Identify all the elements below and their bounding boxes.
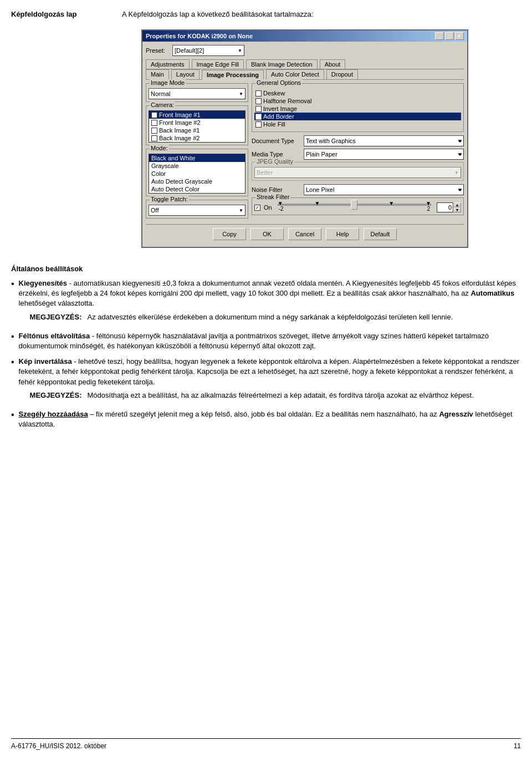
tab-adjustments[interactable]: Adjustments — [146, 59, 190, 69]
streak-slider-track: ▼ ▼ ▼ ▼ ▼ — [278, 204, 431, 206]
opt-deskew-checkbox[interactable] — [255, 90, 262, 97]
default-button[interactable]: Default — [364, 228, 397, 240]
camera-item-1[interactable]: Front Image #2 — [149, 119, 245, 126]
toggle-patch-select[interactable]: Off ▼ — [149, 205, 245, 216]
note-text-0: Az adatvesztés elkerülése érdekében a do… — [88, 312, 521, 322]
camera-listbox: Front Image #1 Front Image #2 Back Image… — [149, 110, 245, 143]
camera-item-3[interactable]: Back Image #2 — [149, 134, 245, 142]
dialog-area: Properties for KODAK i2900 on None _ □ ×… — [0, 24, 532, 259]
camera-checkbox-2[interactable] — [151, 128, 157, 134]
tab-image-processing[interactable]: Image Processing — [202, 70, 264, 80]
preset-dropdown-arrow: ▼ — [234, 48, 242, 53]
note-label-0: MEGJEGYZÉS: — [30, 312, 82, 322]
noise-filter-arrow: ▼ — [454, 187, 462, 192]
dialog-titlebar: Properties for KODAK i2900 on None _ □ × — [142, 31, 467, 42]
minimize-button[interactable]: _ — [435, 32, 444, 40]
camera-item-0[interactable]: Front Image #1 — [149, 111, 245, 119]
dialog-box: Properties for KODAK i2900 on None _ □ ×… — [141, 29, 468, 248]
tabs-row-1: Adjustments Image Edge Fill Blank Image … — [146, 59, 464, 69]
opt-hole-fill-checkbox[interactable] — [255, 121, 262, 128]
term-agressziv: Agresszív — [439, 410, 473, 418]
bullet-dot-2: • — [11, 357, 14, 404]
footer-right: 11 — [514, 742, 521, 750]
tab-about[interactable]: About — [320, 59, 346, 69]
document-type-label: Document Type — [252, 138, 301, 144]
noise-filter-label: Noise Filter — [252, 186, 301, 193]
list-item-szegely: • Szegély hozzáadása – fix méretű szegél… — [11, 409, 521, 429]
term-automatikus: Automatikus — [470, 289, 514, 297]
tab-image-edge-fill[interactable]: Image Edge Fill — [192, 59, 244, 69]
streak-value-input[interactable] — [437, 202, 453, 212]
term-szegely: Szegély hozzáadása — [19, 410, 88, 418]
tab-main[interactable]: Main — [146, 69, 169, 79]
mode-item-0[interactable]: Black and White — [149, 154, 245, 162]
opt-hole-fill[interactable]: Hole Fill — [254, 120, 461, 128]
note-text-1: Módosíthatja ezt a beállítást, ha az alk… — [88, 390, 521, 400]
ok-button[interactable]: OK — [250, 228, 284, 240]
noise-filter-select[interactable]: Lone Pixel ▼ — [304, 184, 464, 195]
streak-spin-up[interactable]: ▲ — [453, 202, 461, 207]
toggle-patch-group: Toggle Patch: Off ▼ — [146, 200, 248, 219]
text-szegely: – fix méretű szegélyt jelenít meg a kép … — [90, 410, 439, 418]
image-mode-label: Image Mode — [150, 79, 186, 86]
bullet-dot-1: • — [11, 331, 14, 351]
media-type-select[interactable]: Plain Paper ▼ — [304, 149, 464, 160]
cancel-button[interactable]: Cancel — [288, 228, 321, 240]
toggle-patch-arrow: ▼ — [236, 208, 243, 213]
dialog-title: Properties for KODAK i2900 on None — [146, 33, 253, 39]
section-title: Általános beállítások — [11, 265, 521, 273]
opt-invert-checkbox[interactable] — [255, 106, 262, 112]
page-footer: A-61776_HU/ISIS 2012. október 11 — [11, 738, 521, 750]
maximize-button[interactable]: □ — [445, 32, 454, 40]
help-button[interactable]: Help — [326, 228, 359, 240]
image-mode-select[interactable]: Normal ▼ — [149, 88, 245, 99]
opt-invert[interactable]: Invert Image — [254, 105, 461, 113]
tab-dropout[interactable]: Dropout — [326, 69, 358, 79]
left-panel: Image Mode Normal ▼ Camera: — [146, 83, 248, 222]
opt-halftone-checkbox[interactable] — [255, 98, 262, 104]
camera-checkbox-1[interactable] — [151, 120, 157, 126]
mode-item-2[interactable]: Color — [149, 170, 245, 177]
streak-on-checkbox[interactable] — [254, 205, 260, 211]
copy-button[interactable]: Copy — [213, 228, 246, 240]
mode-label: Mode: — [150, 145, 169, 151]
dialog-main: Image Mode Normal ▼ Camera: — [146, 83, 464, 222]
opt-deskew[interactable]: Deskew — [254, 89, 461, 97]
tab-blank-image-detection[interactable]: Blank Image Detection — [246, 59, 318, 69]
mode-item-3[interactable]: Auto Detect Grayscale — [149, 177, 245, 185]
titlebar-controls: _ □ × — [435, 32, 464, 40]
bullet-dot-0: • — [11, 278, 14, 326]
document-type-select[interactable]: Text with Graphics ▼ — [304, 135, 464, 146]
streak-spin-down[interactable]: ▼ — [453, 207, 461, 212]
opt-halftone[interactable]: Halftone Removal — [254, 97, 461, 105]
close-button[interactable]: × — [455, 32, 464, 40]
page-header: Képfeldolgozás lap A Képfeldolgozás lap … — [0, 0, 532, 24]
opt-add-border-checkbox[interactable] — [255, 114, 262, 120]
camera-checkbox-0[interactable] — [151, 112, 157, 118]
camera-checkbox-3[interactable] — [151, 135, 157, 141]
camera-item-2[interactable]: Back Image #1 — [149, 126, 245, 134]
term-feltonus: Féltónus eltávolítása — [19, 332, 90, 340]
mode-item-4[interactable]: Auto Detect Color — [149, 185, 245, 193]
mode-listbox: Black and White Grayscale Color Auto Det… — [149, 154, 245, 194]
main-content: Általános beállítások • Kiegyenesítés - … — [0, 259, 532, 440]
jpeg-quality-select: Better ▼ — [254, 167, 461, 178]
general-options-label: General Options — [255, 79, 302, 86]
note-invertalas: MEGJEGYZÉS: Módosíthatja ezt a beállítás… — [30, 390, 521, 400]
tabs-row-2: Main Layout Image Processing Auto Color … — [146, 69, 464, 80]
document-type-row: Document Type Text with Graphics ▼ — [252, 135, 464, 146]
tab-layout[interactable]: Layout — [171, 69, 200, 79]
preset-input[interactable]: [Default][2] ▼ — [172, 45, 244, 56]
jpeg-quality-group: JPEG Quality Better ▼ — [252, 162, 464, 181]
bullet-dot-3: • — [11, 409, 14, 429]
dialog-footer: Copy OK Cancel Help Default — [146, 224, 464, 243]
preset-label: Preset: — [146, 47, 168, 54]
mode-item-1[interactable]: Grayscale — [149, 162, 245, 170]
streak-slider-thumb[interactable] — [351, 200, 357, 210]
term-invertalas: Kép invertálása — [19, 357, 72, 366]
tab-auto-color-detect[interactable]: Auto Color Detect — [266, 69, 324, 79]
streak-min-label: -2 — [279, 206, 284, 212]
jpeg-quality-arrow: ▼ — [451, 170, 459, 175]
text-invertalas: - lehetővé teszi, hogy beállítsa, hogyan… — [19, 357, 519, 385]
opt-add-border[interactable]: Add Border — [254, 113, 461, 120]
